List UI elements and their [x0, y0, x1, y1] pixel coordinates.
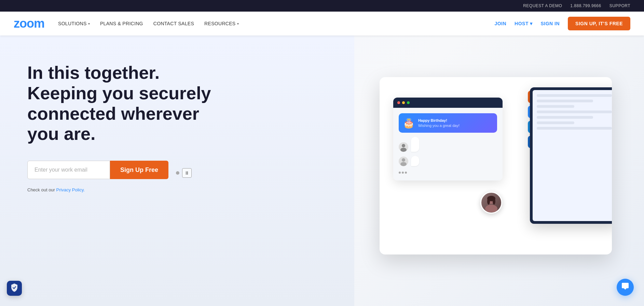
- mock-monitor: [530, 87, 612, 224]
- host-caret: ▾: [530, 21, 533, 26]
- hero-headline: In this together. Keeping you securely c…: [27, 63, 225, 144]
- phone-link[interactable]: 1.888.799.9666: [570, 3, 601, 8]
- signup-form: Sign Up Free: [27, 161, 168, 179]
- message-bubble-1: [411, 137, 419, 152]
- top-bar: REQUEST A DEMO 1.888.799.9666 SUPPORT: [0, 0, 644, 12]
- nav-plans-pricing[interactable]: PLANS & PRICING: [100, 21, 143, 26]
- message-bubble-2: [411, 156, 419, 166]
- window-maximize-dot: [407, 101, 410, 104]
- monitor-bar: [537, 105, 574, 108]
- birthday-card: 🎂 Happy Birthday! Wishing you a great da…: [399, 113, 497, 133]
- message-row-2: [399, 156, 497, 166]
- avatar-1: [399, 142, 408, 152]
- monitor-bar: [537, 111, 612, 113]
- monitor-bar: [537, 94, 612, 97]
- svg-point-0: [402, 144, 405, 147]
- window-minimize-dot: [402, 101, 405, 104]
- user-avatar-float: [480, 192, 502, 214]
- nav-signup-button[interactable]: SIGN UP, IT'S FREE: [568, 17, 630, 30]
- monitor-bar: [537, 121, 574, 124]
- chat-body: 🎂 Happy Birthday! Wishing you a great da…: [393, 108, 503, 180]
- svg-point-1: [400, 148, 407, 152]
- security-badge[interactable]: [7, 281, 22, 296]
- message-row-1: [399, 137, 497, 152]
- nav-signin[interactable]: SIGN IN: [540, 21, 560, 26]
- typing-dot-2: [402, 172, 404, 174]
- logo[interactable]: zoom: [14, 16, 44, 31]
- privacy-policy-link[interactable]: Privacy Policy.: [56, 187, 85, 192]
- window-close-dot: [397, 101, 400, 104]
- solutions-caret: ▾: [88, 22, 90, 26]
- nav-join[interactable]: JOIN: [494, 21, 506, 26]
- monitor-bar: [537, 100, 593, 102]
- hero-right: 🎂 Happy Birthday! Wishing you a great da…: [354, 35, 644, 306]
- slide-indicator: [176, 171, 179, 175]
- product-screenshot: 🎂 Happy Birthday! Wishing you a great da…: [380, 77, 612, 254]
- chat-widget-button[interactable]: [617, 279, 634, 296]
- svg-point-5: [485, 205, 497, 212]
- nav-host[interactable]: HOST ▾: [515, 21, 532, 26]
- animation-controls: ⏸: [176, 168, 192, 178]
- pause-button[interactable]: ⏸: [182, 168, 192, 178]
- email-input[interactable]: [27, 161, 110, 179]
- birthday-text: Happy Birthday! Wishing you a great day!: [418, 118, 460, 128]
- chat-bubble-icon: [621, 282, 629, 292]
- shield-icon: [11, 283, 18, 294]
- monitor-bar: [537, 127, 612, 130]
- svg-point-8: [493, 198, 495, 205]
- hero-section: In this together. Keeping you securely c…: [0, 35, 644, 306]
- monitor-bar: [537, 116, 593, 119]
- svg-point-3: [400, 162, 407, 166]
- avatar-2: [399, 157, 408, 166]
- chat-header: [393, 98, 503, 108]
- cake-icon: 🎂: [403, 117, 415, 129]
- nav-solutions[interactable]: SOLUTIONS ▾: [58, 21, 90, 26]
- signup-form-row: Sign Up Free ⏸: [27, 161, 334, 185]
- nav-right: JOIN HOST ▾ SIGN IN SIGN UP, IT'S FREE: [494, 17, 630, 30]
- svg-point-7: [487, 198, 490, 205]
- chat-mockup: 🎂 Happy Birthday! Wishing you a great da…: [393, 98, 503, 180]
- support-link[interactable]: SUPPORT: [609, 3, 630, 8]
- typing-indicator: [399, 170, 497, 175]
- hero-left: In this together. Keeping you securely c…: [0, 35, 354, 306]
- signup-button[interactable]: Sign Up Free: [110, 161, 168, 179]
- typing-dot-3: [405, 172, 407, 174]
- svg-point-2: [402, 158, 405, 162]
- nav-contact-sales[interactable]: CONTACT SALES: [153, 21, 194, 26]
- resources-caret: ▾: [237, 22, 239, 26]
- monitor-screen: [533, 90, 612, 221]
- typing-dot-1: [399, 172, 401, 174]
- main-nav: zoom SOLUTIONS ▾ PLANS & PRICING CONTACT…: [0, 12, 644, 35]
- nav-resources[interactable]: RESOURCES ▾: [204, 21, 239, 26]
- logo-text: zoom: [14, 16, 44, 30]
- privacy-text: Check out our Privacy Policy.: [27, 187, 334, 192]
- nav-links: SOLUTIONS ▾ PLANS & PRICING CONTACT SALE…: [58, 21, 494, 26]
- request-demo-link[interactable]: REQUEST A DEMO: [523, 3, 562, 8]
